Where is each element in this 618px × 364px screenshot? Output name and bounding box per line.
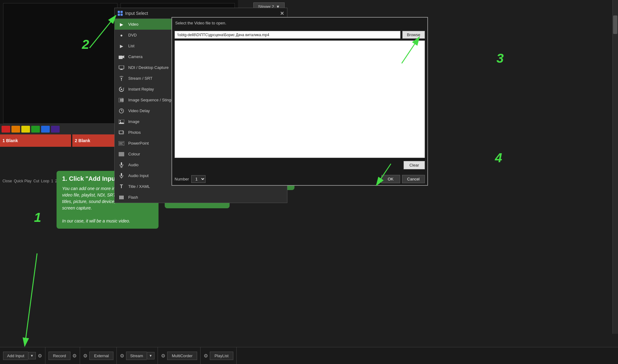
- record-button[interactable]: Record: [49, 352, 71, 360]
- monitor-capture-icon: [118, 65, 125, 71]
- dialog-title: Input Select: [125, 11, 148, 16]
- file-dialog-body: Browse Clear: [172, 28, 427, 173]
- external-section: ⚙ External: [80, 347, 117, 364]
- menu-item-stream-label: Stream / SRT: [128, 76, 153, 81]
- loop-label[interactable]: Loop: [41, 179, 49, 183]
- stream-dropdown[interactable]: ▼: [147, 352, 154, 359]
- menu-item-powerpoint-label: PowerPoint: [128, 141, 149, 146]
- arrow-3-label: 3: [497, 51, 504, 66]
- audio-icon: [118, 162, 125, 168]
- playlist-button[interactable]: PlayList: [210, 352, 233, 360]
- multicorder-section: ⚙ MultiCorder: [158, 347, 201, 364]
- svg-marker-16: [119, 122, 124, 124]
- file-list-area[interactable]: [175, 40, 425, 158]
- add-input-button[interactable]: Add Input: [3, 352, 28, 360]
- svg-rect-27: [121, 173, 122, 176]
- input-label-1[interactable]: 1 Blank: [0, 134, 71, 147]
- svg-rect-10: [120, 99, 124, 102]
- svg-point-5: [121, 78, 122, 79]
- instant-replay-icon: [118, 86, 125, 92]
- file-dialog-titlebar: Select the Video file to open.: [172, 18, 427, 28]
- scrollbar-thumb[interactable]: [613, 15, 617, 34]
- photos-icon: [118, 129, 125, 136]
- external-gear[interactable]: ⚙: [83, 353, 87, 359]
- record-gear[interactable]: ⚙: [72, 353, 77, 359]
- browse-button[interactable]: Browse: [402, 31, 425, 39]
- menu-item-ndi-label: NDI / Desktop Capture: [128, 65, 169, 70]
- stream-gear[interactable]: ⚙: [120, 353, 124, 359]
- menu-item-camera-label: Camera: [128, 54, 142, 59]
- dvd-icon: ●: [118, 32, 125, 38]
- audio-input-icon: [118, 173, 125, 179]
- stream-button[interactable]: Stream: [126, 352, 147, 360]
- image-icon: [118, 119, 125, 125]
- menu-item-title-xaml-label: Title / XAML: [128, 184, 150, 189]
- close-label[interactable]: Close: [2, 179, 12, 183]
- file-dialog-prompt: Select the Video file to open.: [175, 21, 226, 25]
- stream-section: ⚙ Stream ▼: [117, 347, 158, 364]
- right-scrollbar[interactable]: [612, 0, 618, 334]
- number-label: Number: [175, 177, 189, 181]
- clear-button[interactable]: Clear: [404, 161, 425, 169]
- dialog-title-area: Input Select: [118, 11, 148, 16]
- svg-rect-30: [120, 196, 121, 199]
- number-section: Number 1: [175, 175, 205, 183]
- arrow-4-label: 4: [495, 150, 502, 165]
- record-section: Record ⚙: [45, 347, 80, 364]
- multicorder-button[interactable]: MultiCorder: [167, 352, 197, 360]
- menu-item-audio-label: Audio: [128, 163, 138, 167]
- file-path-input[interactable]: [175, 31, 400, 39]
- menu-item-list-label: List: [128, 44, 134, 48]
- svg-marker-1: [123, 55, 124, 58]
- stream-icon: [118, 75, 125, 82]
- svg-rect-23: [119, 152, 124, 156]
- svg-rect-32: [122, 196, 123, 199]
- color-swatch-blue[interactable]: [41, 126, 50, 133]
- add-input-section: Add Input ▼ ⚙: [0, 347, 45, 364]
- video-icon: ▶: [118, 21, 125, 28]
- add-input-gear[interactable]: ⚙: [38, 353, 42, 359]
- color-swatch-purple[interactable]: [51, 126, 60, 133]
- cut-label[interactable]: Cut: [33, 179, 39, 183]
- svg-rect-4: [120, 70, 123, 70]
- preview-panel-left: [3, 3, 117, 124]
- image-sequence-icon: [118, 97, 125, 103]
- svg-marker-7: [123, 88, 124, 89]
- color-swatch-red[interactable]: [2, 126, 10, 133]
- dialog-close-button[interactable]: ✕: [280, 11, 284, 16]
- svg-rect-24: [121, 162, 122, 165]
- stream-group: Stream ▼: [126, 352, 154, 360]
- playlist-gear[interactable]: ⚙: [204, 353, 208, 359]
- menu-item-audio-input-label: Audio Input: [128, 173, 149, 178]
- add-input-group: Add Input ▼: [3, 352, 36, 360]
- color-swatch-yellow[interactable]: [21, 126, 30, 133]
- color-swatch-orange[interactable]: [11, 126, 20, 133]
- menu-item-colour-label: Colour: [128, 152, 140, 156]
- flash-icon: [118, 194, 125, 201]
- svg-rect-29: [119, 196, 120, 199]
- menu-item-flash[interactable]: Flash: [115, 192, 287, 203]
- svg-marker-8: [121, 88, 123, 90]
- bottom-toolbar: Add Input ▼ ⚙ Record ⚙ ⚙ External ⚙ Stre…: [0, 347, 618, 364]
- ok-button[interactable]: OK: [381, 175, 400, 183]
- arrow-2-label: 2: [82, 37, 89, 52]
- playlist-section: ⚙ PlayList: [201, 347, 237, 364]
- file-dialog-footer: Clear: [175, 160, 425, 171]
- svg-rect-0: [119, 56, 123, 59]
- menu-item-video-label: Video: [128, 22, 138, 27]
- add-input-dropdown[interactable]: ▼: [28, 352, 36, 359]
- svg-rect-3: [121, 69, 122, 70]
- multicorder-gear[interactable]: ⚙: [161, 353, 165, 359]
- number-select[interactable]: 1: [191, 175, 205, 183]
- menu-item-video-delay-label: Video Delay: [128, 108, 150, 113]
- external-button[interactable]: External: [89, 352, 113, 360]
- camera-icon: [118, 54, 125, 60]
- video-delay-icon: [118, 108, 125, 114]
- menu-item-flash-label: Flash: [128, 195, 138, 200]
- color-swatch-green[interactable]: [31, 126, 40, 133]
- quick-play-label[interactable]: Quick Play: [14, 179, 32, 183]
- num-1[interactable]: 1: [51, 179, 53, 183]
- cancel-button[interactable]: Cancel: [402, 175, 425, 183]
- title-icon: T: [118, 184, 125, 190]
- app-grid-icon: [118, 11, 123, 16]
